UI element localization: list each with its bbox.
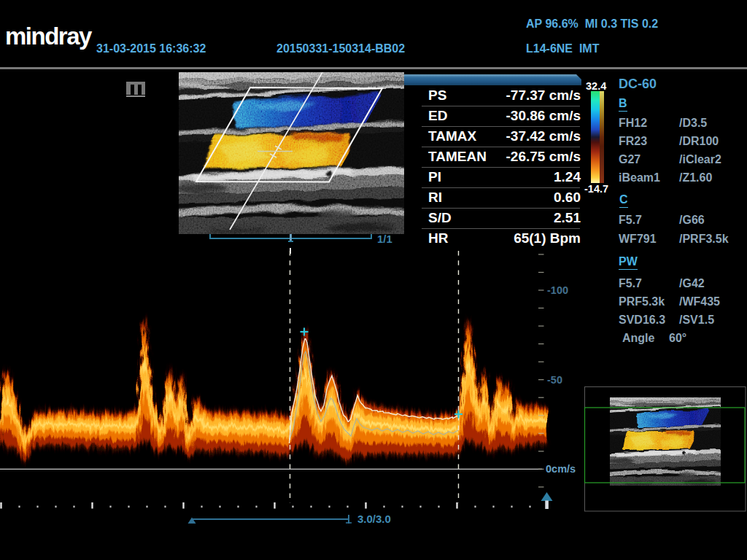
svg-text:3.0/3.0: 3.0/3.0 [357,513,391,525]
